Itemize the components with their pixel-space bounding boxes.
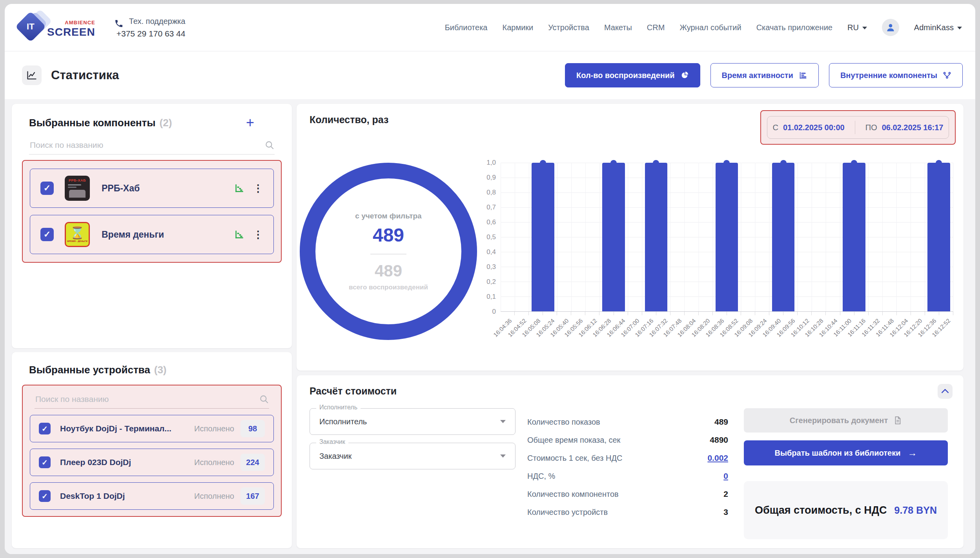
stat-row: Общее время показа, сек 4890 bbox=[527, 431, 728, 449]
stat-label: Количество компонентов bbox=[527, 490, 619, 499]
bar[interactable] bbox=[772, 163, 795, 311]
device-row[interactable]: ✓ DeskTop 1 DojDj Исполнено 167 bbox=[30, 482, 274, 510]
bar[interactable] bbox=[843, 163, 865, 311]
customer-select-label: Заказчик bbox=[316, 438, 348, 445]
component-row[interactable]: ✓ ⌛ ВРЕМЯ - ДЕНЬГИ Время деньги ⋮ bbox=[30, 215, 274, 254]
arrow-right-icon: → bbox=[908, 447, 917, 458]
search-icon[interactable] bbox=[259, 394, 269, 404]
checkbox-checked[interactable]: ✓ bbox=[39, 490, 51, 502]
nav-link[interactable]: Макеты bbox=[604, 23, 632, 32]
activity-time-button[interactable]: Время активности bbox=[710, 63, 819, 87]
y-tick-label: 0,9 bbox=[486, 174, 496, 181]
donut-chart: с учетом фильтра 489 489 всего воспроизв… bbox=[300, 163, 477, 340]
user-menu[interactable]: AdminKass bbox=[914, 23, 962, 32]
stats-icon[interactable] bbox=[234, 183, 244, 193]
nav-link[interactable]: CRM bbox=[647, 23, 665, 32]
filtered-value: 489 bbox=[373, 224, 404, 246]
stat-value: 489 bbox=[714, 417, 728, 427]
statistics-chart-icon bbox=[22, 65, 42, 85]
thumbnail-caption: ВРЕМЯ - ДЕНЬГИ bbox=[67, 240, 87, 242]
page-title: Статистика bbox=[51, 68, 119, 82]
nav-link[interactable]: Журнал событий bbox=[679, 23, 741, 32]
y-tick-label: 0,2 bbox=[486, 278, 496, 285]
performer-select[interactable]: Исполнитель Исполнитель bbox=[310, 408, 516, 435]
inner-components-button[interactable]: Внутренние компоненты bbox=[829, 63, 963, 87]
kebab-menu-icon[interactable]: ⋮ bbox=[253, 229, 263, 240]
x-axis: 16:04:3616:04:5216:05:0816:05:2416:05:40… bbox=[501, 312, 953, 351]
cost-stats: Количество показов 489 Общее время показ… bbox=[527, 413, 728, 521]
date-from-value[interactable]: 01.02.2025 00:00 bbox=[783, 123, 845, 132]
playback-card: Количество, раз С 01.02.2025 00:00 ПО 06… bbox=[297, 104, 964, 371]
bar[interactable] bbox=[716, 163, 738, 311]
nav-link[interactable]: Скачать приложение bbox=[756, 23, 832, 32]
total-cost-panel: Общая стоимость, с НДС 9.78 BYN bbox=[744, 481, 948, 539]
total-cost-value: 9.78 BYN bbox=[894, 505, 937, 516]
y-tick-label: 0,4 bbox=[486, 249, 496, 256]
date-range-divider bbox=[855, 121, 855, 134]
x-tick: 16:12:52 bbox=[939, 312, 953, 351]
search-icon[interactable] bbox=[264, 140, 275, 150]
playback-title: Количество, раз bbox=[310, 114, 389, 125]
document-icon bbox=[893, 416, 902, 425]
date-to-value[interactable]: 06.02.2025 16:17 bbox=[882, 123, 944, 132]
executed-label: Исполнено bbox=[194, 458, 234, 467]
stat-label: Общее время показа, сек bbox=[527, 436, 620, 445]
components-title: Выбранные компоненты bbox=[29, 117, 156, 129]
bar[interactable] bbox=[927, 163, 950, 311]
stat-value-link[interactable]: 0 bbox=[723, 471, 728, 481]
device-label: DeskTop 1 DojDj bbox=[60, 491, 125, 501]
device-label: Ноутбук DojDj - Терминал... bbox=[60, 424, 171, 433]
hourglass-icon: ⌛ bbox=[70, 227, 84, 239]
y-axis: 1,00,90,80,70,60,50,40,30,20,10 bbox=[480, 159, 501, 315]
component-row[interactable]: ✓ РРБ-ХАБ РРБ-Хаб ⋮ bbox=[30, 169, 274, 208]
nav-link[interactable]: Библиотека bbox=[445, 23, 488, 32]
generate-document-label: Сгенерировать документ bbox=[790, 416, 888, 425]
generate-document-button[interactable]: Сгенерировать документ bbox=[744, 408, 948, 433]
checkbox-checked[interactable]: ✓ bbox=[40, 182, 54, 195]
avatar[interactable] bbox=[882, 19, 899, 36]
stat-value-link[interactable]: 0.002 bbox=[707, 453, 728, 463]
kebab-menu-icon[interactable]: ⋮ bbox=[253, 183, 263, 193]
collapse-button[interactable] bbox=[938, 384, 953, 399]
stats-icon[interactable] bbox=[234, 229, 244, 240]
choose-template-button[interactable]: Выбрать шаблон из библиотеки → bbox=[744, 440, 948, 465]
bar[interactable] bbox=[645, 163, 668, 311]
language-selector[interactable]: RU bbox=[847, 23, 867, 32]
components-search bbox=[29, 140, 275, 154]
devices-search-input[interactable] bbox=[35, 394, 259, 404]
performer-select-label: Исполнитель bbox=[316, 404, 361, 411]
stat-label: Стоимость 1 сек, без НДС bbox=[527, 454, 622, 463]
stat-row: Количество компонентов 2 bbox=[527, 485, 728, 503]
stat-row: Количество устройств 3 bbox=[527, 503, 728, 521]
inner-components-label: Внутренние компоненты bbox=[840, 71, 937, 80]
components-search-input[interactable] bbox=[29, 140, 264, 150]
stat-row: НДС, % 0 bbox=[527, 467, 728, 485]
playback-count-button[interactable]: Кол-во воспроизведений bbox=[565, 63, 700, 87]
user-icon bbox=[885, 22, 896, 33]
checkbox-checked[interactable]: ✓ bbox=[40, 228, 54, 241]
add-component-button[interactable]: + bbox=[246, 116, 275, 130]
component-thumbnail: ⌛ ВРЕМЯ - ДЕНЬГИ bbox=[65, 222, 90, 247]
checkbox-checked[interactable]: ✓ bbox=[39, 423, 51, 434]
stat-value: 2 bbox=[723, 489, 728, 499]
app-logo[interactable]: IT AMBIENCE SCREEN bbox=[18, 9, 95, 46]
pie-chart-icon bbox=[680, 71, 689, 80]
checkbox-checked[interactable]: ✓ bbox=[39, 456, 51, 468]
phone-icon bbox=[114, 19, 124, 28]
device-row[interactable]: ✓ Ноутбук DojDj - Терминал... Исполнено … bbox=[30, 415, 274, 442]
cost-title: Расчёт стоимости bbox=[310, 385, 397, 397]
nav-link[interactable]: Устройства bbox=[548, 23, 589, 32]
body: Выбранные компоненты (2) + ✓ РРБ-ХАБ РРБ… bbox=[5, 99, 975, 554]
chevron-down-icon bbox=[500, 454, 506, 458]
bar[interactable] bbox=[532, 163, 554, 311]
language-label: RU bbox=[847, 23, 859, 32]
logo-it: IT bbox=[27, 22, 35, 32]
total-playbacks-value: 489 bbox=[375, 262, 402, 280]
customer-select[interactable]: Заказчик Заказчик bbox=[310, 443, 516, 469]
component-thumbnail: РРБ-ХАБ bbox=[65, 176, 90, 201]
device-row[interactable]: ✓ Плеер 023D DojDj Исполнено 224 bbox=[30, 449, 274, 476]
bar[interactable] bbox=[602, 163, 625, 311]
devices-count: (3) bbox=[154, 364, 167, 376]
nav-link[interactable]: Кармики bbox=[502, 23, 533, 32]
executed-label: Исполнено bbox=[194, 424, 234, 433]
